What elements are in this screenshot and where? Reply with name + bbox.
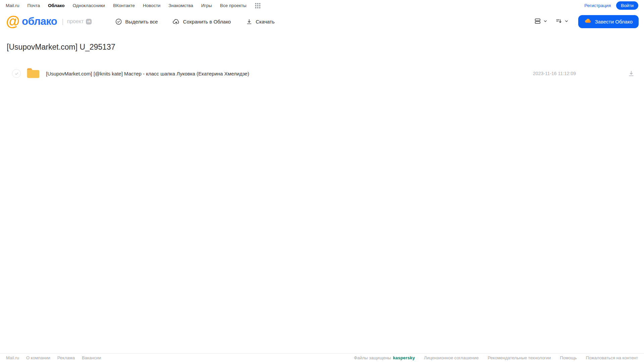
create-cloud-label: Завести Облако (595, 19, 633, 24)
download-label: Скачать (256, 19, 275, 24)
file-toolbar: Выделить все Сохранить в Облако Скачать (115, 18, 275, 25)
apps-grid-icon[interactable] (255, 3, 260, 8)
page-title: [UsupovMarket.com] U_295137 (7, 43, 644, 52)
cloud-upload-icon (172, 18, 180, 25)
topbar-link-odnoklassniki[interactable]: Одноклассники (72, 3, 105, 8)
topbar-link-novosti[interactable]: Новости (143, 3, 160, 8)
register-link[interactable]: Регистрация (584, 3, 611, 8)
select-all-label: Выделить все (125, 19, 158, 24)
file-name[interactable]: [UsupovMarket.com] [@knits kate] Мастер … (46, 71, 249, 76)
check-circle-icon (115, 18, 122, 25)
footer-link-ads[interactable]: Реклама (57, 355, 75, 360)
footer-link-mailru[interactable]: Mail.ru (6, 355, 19, 360)
footer-right-links: Файлы защищены kaspersky Лицензионное со… (354, 355, 638, 360)
login-button[interactable]: Войти (616, 1, 638, 10)
cloud-logo[interactable]: @ облако | проект vk (6, 14, 92, 29)
save-to-cloud-label: Сохранить в Облако (183, 19, 231, 24)
portal-links: Mail.ru Почта Облако Одноклассники ВКонт… (6, 3, 260, 8)
sort-dropdown[interactable] (555, 17, 569, 26)
topbar-link-igry[interactable]: Игры (201, 3, 212, 8)
logo-divider: | (62, 18, 63, 25)
footer-link-report[interactable]: Пожаловаться на контент (586, 355, 638, 360)
topbar-link-vse-proekty[interactable]: Все проекты (220, 3, 246, 8)
select-all-button[interactable]: Выделить все (115, 18, 158, 25)
topbar-link-pochta[interactable]: Почта (28, 3, 40, 8)
topbar-link-mailru[interactable]: Mail.ru (6, 3, 19, 8)
topbar-link-znakomstva[interactable]: Знакомства (168, 3, 193, 8)
download-button[interactable]: Скачать (246, 18, 275, 25)
vk-project-label: проект (67, 18, 84, 24)
footer-link-recommendations[interactable]: Рекомендательные технологии (488, 355, 551, 360)
portal-topbar: Mail.ru Почта Облако Одноклассники ВКонт… (0, 0, 644, 11)
cloud-logo-text: облако (22, 15, 57, 28)
file-date: 2023-11-16 11:12:09 (533, 71, 576, 76)
row-download-button[interactable] (628, 70, 635, 77)
footer-link-help[interactable]: Помощь (560, 355, 577, 360)
header-right-controls: Завести Облако (534, 15, 639, 28)
view-mode-dropdown[interactable] (534, 17, 548, 26)
footer-link-about[interactable]: О компании (26, 355, 50, 360)
chevron-down-icon (564, 19, 569, 24)
kaspersky-protection: Файлы защищены kaspersky (354, 355, 415, 360)
cloud-header: @ облако | проект vk Выделить все Сохран… (0, 11, 644, 32)
view-toggle-icon (534, 17, 541, 26)
topbar-link-vkontakte[interactable]: ВКонтакте (113, 3, 135, 8)
footer-left-links: Mail.ru О компании Реклама Вакансии (6, 355, 101, 360)
mailru-at-icon: @ (6, 14, 20, 29)
download-icon (246, 18, 253, 25)
save-to-cloud-button[interactable]: Сохранить в Облако (172, 18, 231, 25)
create-cloud-button[interactable]: Завести Облако (578, 15, 639, 28)
vk-badge-icon: vk (86, 19, 92, 24)
topbar-link-oblako[interactable]: Облако (48, 3, 64, 8)
cloud-icon (584, 17, 592, 26)
protected-label: Файлы защищены (354, 355, 391, 360)
footer-link-jobs[interactable]: Вакансии (82, 355, 101, 360)
footer: Mail.ru О компании Реклама Вакансии Файл… (0, 353, 644, 362)
row-checkbox[interactable] (12, 69, 21, 78)
footer-link-license[interactable]: Лицензионное соглашение (424, 355, 479, 360)
sort-icon (555, 17, 562, 26)
file-row[interactable]: [UsupovMarket.com] [@knits kate] Мастер … (0, 66, 644, 81)
chevron-down-icon (543, 19, 548, 24)
kaspersky-logo[interactable]: kaspersky (393, 355, 415, 360)
folder-icon (27, 68, 39, 80)
